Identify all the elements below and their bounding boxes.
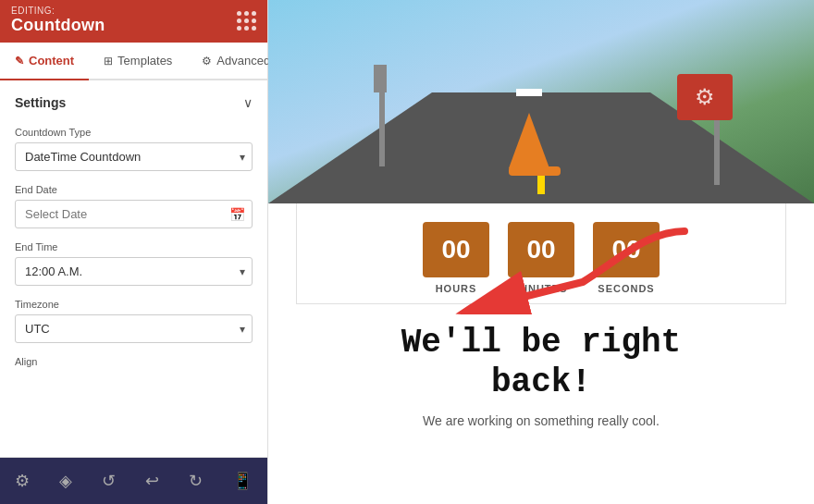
sign-top [677,74,733,120]
settings-title: Settings [15,95,66,110]
minutes-label: MINUTES [515,283,568,294]
end-date-input[interactable] [15,200,253,228]
countdown-type-label: Countdown Type [15,127,253,138]
calendar-icon[interactable]: 📅 [229,207,245,222]
left-panel: EDITING: Countdown ✎ Content ⊞ Templates… [0,0,268,504]
settings-toolbar-icon[interactable]: ⚙ [7,467,37,495]
right-panel: 00 HOURS 00 MINUTES 00 SECONDS We'll be … [268,0,814,504]
main-heading: We'll be right back! [305,323,777,402]
end-time-label: End Time [15,241,253,252]
timezone-label: Timezone [15,299,253,310]
bottom-toolbar: ⚙ ◈ ↺ ↩ ↻ 📱 [0,457,267,504]
post-pole [379,92,385,166]
end-time-select[interactable]: 12:00 A.M. 1:00 A.M. 6:00 A.M. 12:00 P.M… [15,257,253,286]
hours-label: HOURS [436,283,477,294]
panel-content: Settings ∨ Countdown Type DateTime Count… [0,80,267,457]
layers-toolbar-icon[interactable]: ◈ [52,467,80,495]
tab-templates[interactable]: ⊞ Templates [89,43,187,80]
countdown-type-field: Countdown Type DateTime Countdown Evergr… [15,127,253,171]
minutes-block: 00 MINUTES [508,222,574,294]
advanced-tab-icon: ⚙ [202,55,212,68]
seconds-block: 00 SECONDS [593,222,660,294]
settings-section-header: Settings ∨ [15,95,253,110]
editing-header: EDITING: Countdown [0,0,267,43]
post-sign [374,65,387,92]
countdown-section: 00 HOURS 00 MINUTES 00 SECONDS [296,203,786,304]
heading-line2: back! [491,363,591,401]
dots-grid-icon[interactable] [237,11,256,31]
minutes-number: 00 [508,222,574,277]
tab-bar: ✎ Content ⊞ Templates ⚙ Advanced [0,43,267,80]
timezone-select[interactable]: UTC EST PST GMT [15,314,253,343]
editing-title: Countdown [11,16,105,35]
sub-text: We are working on something really cool. [305,413,777,428]
sign-pole [714,120,720,185]
end-date-field: End Date 📅 [15,184,253,228]
undo-toolbar-icon[interactable]: ↩ [138,467,166,495]
cone-stripe [516,89,542,96]
templates-tab-icon: ⊞ [104,55,113,68]
countdown-type-select-wrapper: DateTime Countdown Evergreen Countdown ▾ [15,142,253,171]
settings-collapse-icon[interactable]: ∨ [243,95,253,110]
hours-block: 00 HOURS [423,222,489,294]
end-date-input-wrapper: 📅 [15,200,253,228]
history-toolbar-icon[interactable]: ↺ [94,467,123,495]
content-tab-icon: ✎ [15,55,24,68]
timezone-field: Timezone UTC EST PST GMT ▾ [15,299,253,343]
redo-toolbar-icon[interactable]: ↻ [181,467,210,495]
construction-image [268,0,814,203]
editing-label: EDITING: [11,6,105,16]
post-left [377,65,387,166]
timezone-select-wrapper: UTC EST PST GMT ▾ [15,314,253,343]
countdown-type-select[interactable]: DateTime Countdown Evergreen Countdown [15,142,253,171]
heading-line1: We'll be right [401,324,681,362]
end-date-label: End Date [15,184,253,195]
sign-board [702,74,733,185]
align-field: Align [15,356,253,367]
traffic-cone [509,113,561,176]
cone-body [509,113,549,168]
seconds-number: 00 [593,222,660,277]
end-time-select-wrapper: 12:00 A.M. 1:00 A.M. 6:00 A.M. 12:00 P.M… [15,257,253,286]
mobile-toolbar-icon[interactable]: 📱 [225,467,260,495]
hours-number: 00 [423,222,489,277]
tab-content[interactable]: ✎ Content [0,43,89,80]
end-time-field: End Time 12:00 A.M. 1:00 A.M. 6:00 A.M. … [15,241,253,286]
align-label: Align [15,356,253,367]
main-text-area: We'll be right back! We are working on s… [268,304,814,437]
seconds-label: SECONDS [598,283,654,294]
